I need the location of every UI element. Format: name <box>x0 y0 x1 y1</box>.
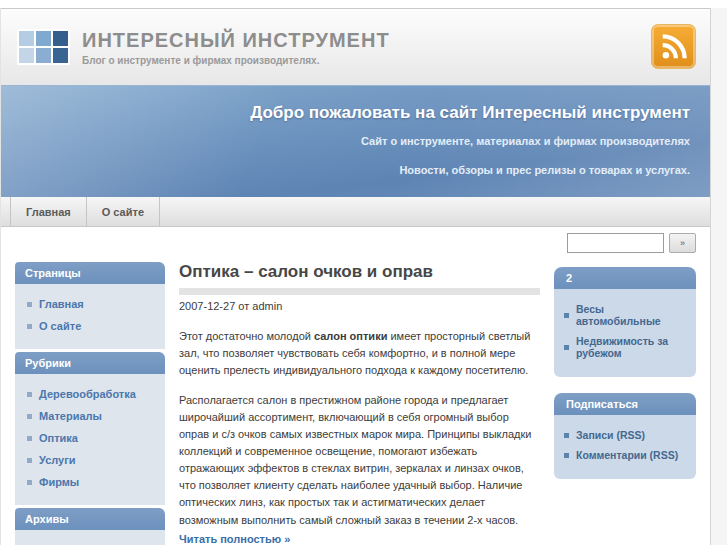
bullet-icon <box>27 324 32 329</box>
link-real-estate-abroad[interactable]: Недвижимость за рубежом <box>564 331 686 363</box>
sidebar-item-label: Оптика <box>39 432 78 444</box>
search-bar: » <box>554 233 696 253</box>
paragraph-text: Этот достаточно молодой <box>179 330 314 342</box>
site-title: ИНТЕРЕСНЫЙ ИНСТРУМЕНТ <box>82 29 390 52</box>
section-list: Главная О сайте <box>15 284 165 349</box>
link-truck-scales[interactable]: Весы автомобильные <box>564 299 686 331</box>
sidebar-section-archives: Архивы Декабрь 2007 Ноябрь 2007 <box>15 508 165 545</box>
widget-title: Подписаться <box>554 393 696 415</box>
section-list: Декабрь 2007 Ноябрь 2007 <box>15 530 165 545</box>
search-input[interactable] <box>567 233 664 253</box>
banner-heading: Добро пожаловать на сайт Интересный инст… <box>21 103 690 123</box>
title-divider <box>179 288 540 295</box>
site-titles: ИНТЕРЕСНЫЙ ИНСТРУМЕНТ Блог о инструменте… <box>82 29 390 66</box>
link-label: Комментарии (RSS) <box>576 449 678 461</box>
banner-subtitle-2: Новости, обзоры и прес релизы о товарах … <box>21 164 690 176</box>
sidebar-item-label: Материалы <box>39 410 102 422</box>
section-title: Рубрики <box>15 352 165 374</box>
bullet-icon <box>27 302 32 307</box>
sidebar-item-woodworking[interactable]: Деревообработка <box>15 383 165 405</box>
link-label: Недвижимость за рубежом <box>576 335 686 359</box>
read-more-link[interactable]: Читать полностью » <box>179 531 540 545</box>
site-subtitle: Блог о инструменте и фирмах производител… <box>82 55 390 66</box>
bullet-icon <box>564 345 569 350</box>
top-strip <box>0 0 727 8</box>
post-date: 2007-12-27 от admin <box>179 298 540 315</box>
main-nav: Главная О сайте <box>1 197 710 227</box>
post-paragraph: Располагается салон в престижном районе … <box>179 392 540 545</box>
banner-subtitle-1: Сайт о инструменте, материалах и фирмах … <box>21 135 690 147</box>
bullet-icon <box>564 453 569 458</box>
section-list: Деревообработка Материалы Оптика Услуги … <box>15 374 165 505</box>
logo-square <box>19 48 34 63</box>
sidebar-item-label: О сайте <box>39 320 81 332</box>
sidebar-section-pages: Страницы Главная О сайте <box>15 262 165 349</box>
link-label: Записи (RSS) <box>576 429 645 441</box>
bullet-icon <box>27 392 32 397</box>
link-label: Весы автомобильные <box>576 303 686 327</box>
search-button[interactable]: » <box>669 233 696 253</box>
sidebar-item-home[interactable]: Главная <box>15 293 165 315</box>
bullet-icon <box>564 313 569 318</box>
main-column: Оптика – салон очков и оправ 2007-12-27 … <box>179 262 540 545</box>
sidebar-item-december-2007[interactable]: Декабрь 2007 <box>15 539 165 545</box>
sidebar-item-label: Услуги <box>39 454 76 466</box>
sidebar-item-materials[interactable]: Материалы <box>15 405 165 427</box>
content-area: Страницы Главная О сайте Рубрики Деревоо… <box>1 227 710 545</box>
link-entries-rss[interactable]: Записи (RSS) <box>564 425 686 445</box>
rss-icon <box>659 32 689 62</box>
masthead: ИНТЕРЕСНЫЙ ИНСТРУМЕНТ Блог о инструменте… <box>1 8 710 85</box>
widget-title: 2 <box>554 267 696 289</box>
logo-square <box>19 31 34 46</box>
tab-about[interactable]: О сайте <box>87 197 160 226</box>
bullet-icon <box>27 436 32 441</box>
widget-list: Записи (RSS) Комментарии (RSS) <box>554 415 696 479</box>
bullet-icon <box>27 414 32 419</box>
sidebar-item-label: Фирмы <box>39 476 79 488</box>
sidebar-item-label: Деревообработка <box>39 388 136 400</box>
page-container: ИНТЕРЕСНЫЙ ИНСТРУМЕНТ Блог о инструменте… <box>0 8 711 545</box>
section-title: Страницы <box>15 262 165 284</box>
sidebar-item-firms[interactable]: Фирмы <box>15 471 165 493</box>
sidebar-item-optics[interactable]: Оптика <box>15 427 165 449</box>
bullet-icon <box>27 458 32 463</box>
post-title: Оптика – салон очков и оправ <box>179 262 540 282</box>
bullet-icon <box>564 433 569 438</box>
widget-links: 2 Весы автомобильные Недвижимость за руб… <box>554 267 696 377</box>
post-paragraph: Этот достаточно молодой салон оптики име… <box>179 328 540 379</box>
section-title: Архивы <box>15 508 165 530</box>
bullet-icon <box>27 480 32 485</box>
link-comments-rss[interactable]: Комментарии (RSS) <box>564 445 686 465</box>
rss-button[interactable] <box>651 24 696 69</box>
logo-square <box>36 31 51 46</box>
right-sidebar: » 2 Весы автомобильные Недвижимость за р… <box>554 233 696 495</box>
paragraph-bold-text: салон оптики <box>314 330 387 342</box>
site-logo[interactable] <box>17 29 70 65</box>
sidebar-item-label: Главная <box>39 298 84 310</box>
tab-home[interactable]: Главная <box>10 197 87 226</box>
logo-square <box>36 48 51 63</box>
sidebar-section-categories: Рубрики Деревообработка Материалы Оптика… <box>15 352 165 505</box>
left-sidebar: Страницы Главная О сайте Рубрики Деревоо… <box>15 262 165 545</box>
widget-subscribe: Подписаться Записи (RSS) Комментарии (RS… <box>554 393 696 479</box>
sidebar-item-services[interactable]: Услуги <box>15 449 165 471</box>
post-optics: Оптика – салон очков и оправ 2007-12-27 … <box>179 262 540 545</box>
widget-list: Весы автомобильные Недвижимость за рубеж… <box>554 289 696 377</box>
sidebar-item-about[interactable]: О сайте <box>15 315 165 337</box>
welcome-banner: Добро пожаловать на сайт Интересный инст… <box>1 85 710 197</box>
logo-square <box>53 48 68 63</box>
logo-square <box>53 31 68 46</box>
paragraph-text: Располагается салон в престижном районе … <box>179 394 531 525</box>
